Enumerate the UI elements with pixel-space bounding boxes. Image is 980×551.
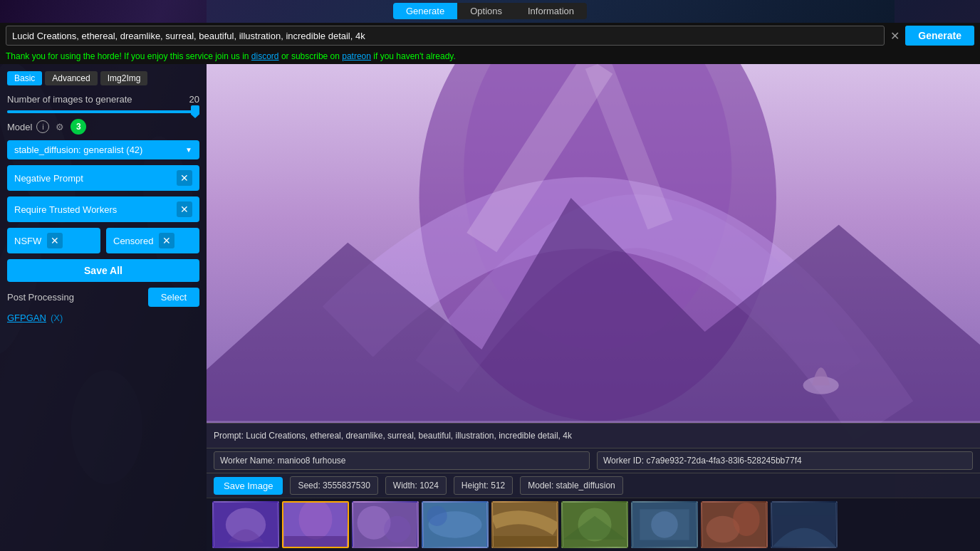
svg-rect-22 <box>494 536 556 547</box>
generate-button[interactable]: Generate <box>905 26 974 46</box>
model-info-icon[interactable]: i <box>36 120 49 133</box>
tab-options[interactable]: Options <box>457 3 515 19</box>
worker-name-input[interactable] <box>214 451 590 470</box>
thumbnail-7[interactable] <box>631 501 698 548</box>
gfpgan-remove-button[interactable]: (X) <box>51 313 63 323</box>
gfpgan-link[interactable]: GFPGAN <box>7 313 46 323</box>
top-navigation: Generate Options Information <box>0 0 980 21</box>
require-trusted-label: Require Trusted Workers <box>14 204 117 215</box>
censored-clear-button[interactable]: ✕ <box>159 233 174 248</box>
left-panel: Basic Advanced Img2Img Number of images … <box>0 64 207 551</box>
save-all-button[interactable]: Save All <box>7 259 199 282</box>
image-info-bar: Prompt: Lucid Creations, ethereal, dream… <box>207 423 980 448</box>
nsfw-label: NSFW <box>14 236 41 246</box>
thumbnail-5[interactable] <box>491 501 558 548</box>
sub-tabs-container: Basic Advanced Img2Img <box>7 71 199 85</box>
thumbnail-9[interactable] <box>771 501 838 548</box>
worker-id-input[interactable] <box>597 451 973 470</box>
censored-toggle[interactable]: Censored ✕ <box>106 228 199 253</box>
thumbnail-3[interactable] <box>352 501 419 548</box>
sub-tab-advanced[interactable]: Advanced <box>45 71 97 85</box>
post-processing-row: Post Processing Select <box>7 288 199 307</box>
generated-image[interactable] <box>207 64 980 448</box>
svg-point-20 <box>427 506 447 526</box>
num-images-value: 20 <box>189 94 199 105</box>
slider-track <box>7 110 199 113</box>
tab-information[interactable]: Information <box>515 3 587 19</box>
model-display: Model: stable_diffusion <box>520 476 623 495</box>
model-dropdown[interactable]: stable_diffusion: generalist (42) ▼ <box>7 140 199 159</box>
prompt-bar: ✕ Generate <box>0 23 980 48</box>
height-display: Height: 512 <box>454 476 513 495</box>
slider-handle[interactable] <box>191 105 199 118</box>
num-images-label: Number of images to generate <box>7 94 132 105</box>
dropdown-arrow-icon: ▼ <box>185 146 192 154</box>
thumbnail-strip <box>207 498 980 551</box>
nsfw-censored-row: NSFW ✕ Censored ✕ <box>7 228 199 253</box>
notice-bar: Thank you for using the horde! If you en… <box>0 48 980 64</box>
prompt-clear-button[interactable]: ✕ <box>890 29 900 43</box>
slider-fill <box>7 110 199 113</box>
action-bar: Save Image Seed: 3555837530 Width: 1024 … <box>207 473 980 498</box>
thumbnail-8[interactable] <box>701 501 768 548</box>
notice-text: Thank you for using the horde! If you en… <box>6 51 456 61</box>
svg-point-17 <box>384 516 411 543</box>
worker-bar <box>207 448 980 473</box>
svg-point-27 <box>651 511 678 538</box>
model-filter-icon[interactable]: ⚙ <box>53 120 66 133</box>
negative-prompt-label: Negative Prompt <box>14 173 83 184</box>
main-image-area <box>207 64 980 448</box>
post-processing-select-button[interactable]: Select <box>148 288 199 307</box>
model-selected-value: stable_diffusion: generalist (42) <box>14 145 142 155</box>
num-images-slider-container <box>7 110 199 113</box>
censored-label: Censored <box>113 236 153 246</box>
svg-rect-32 <box>773 503 835 516</box>
post-processing-label: Post Processing <box>7 292 74 303</box>
prompt-input[interactable] <box>6 26 885 46</box>
svg-point-30 <box>733 503 760 536</box>
nsfw-clear-button[interactable]: ✕ <box>47 233 63 248</box>
save-image-button[interactable]: Save Image <box>214 477 283 495</box>
negative-prompt-clear-button[interactable]: ✕ <box>177 170 192 186</box>
thumbnail-2[interactable] <box>282 501 349 548</box>
require-trusted-toggle[interactable]: Require Trusted Workers ✕ <box>7 196 199 222</box>
gfpgan-row: GFPGAN (X) <box>7 313 199 323</box>
require-trusted-clear-button[interactable]: ✕ <box>177 201 192 217</box>
negative-prompt-toggle[interactable]: Negative Prompt ✕ <box>7 165 199 191</box>
width-display: Width: 1024 <box>385 476 447 495</box>
sub-tab-img2img[interactable]: Img2Img <box>100 71 148 85</box>
main-image-container <box>207 64 980 448</box>
num-images-row: Number of images to generate 20 <box>7 94 199 105</box>
patreon-link[interactable]: patreon <box>342 51 371 61</box>
nsfw-toggle[interactable]: NSFW ✕ <box>7 228 100 253</box>
discord-link[interactable]: discord <box>251 51 279 61</box>
seed-display: Seed: 3555837530 <box>290 476 377 495</box>
sub-tab-basic[interactable]: Basic <box>7 71 42 85</box>
tab-generate[interactable]: Generate <box>393 3 457 19</box>
prompt-display: Prompt: Lucid Creations, ethereal, dream… <box>214 431 572 441</box>
model-row: Model i ⚙ 3 <box>7 119 199 135</box>
thumbnail-4[interactable] <box>422 501 489 548</box>
model-badge[interactable]: 3 <box>71 119 86 135</box>
thumbnail-6[interactable] <box>561 501 628 548</box>
nav-tabs-container: Generate Options Information <box>393 3 587 19</box>
thumbnail-1[interactable] <box>212 501 279 548</box>
model-label: Model <box>7 122 32 132</box>
